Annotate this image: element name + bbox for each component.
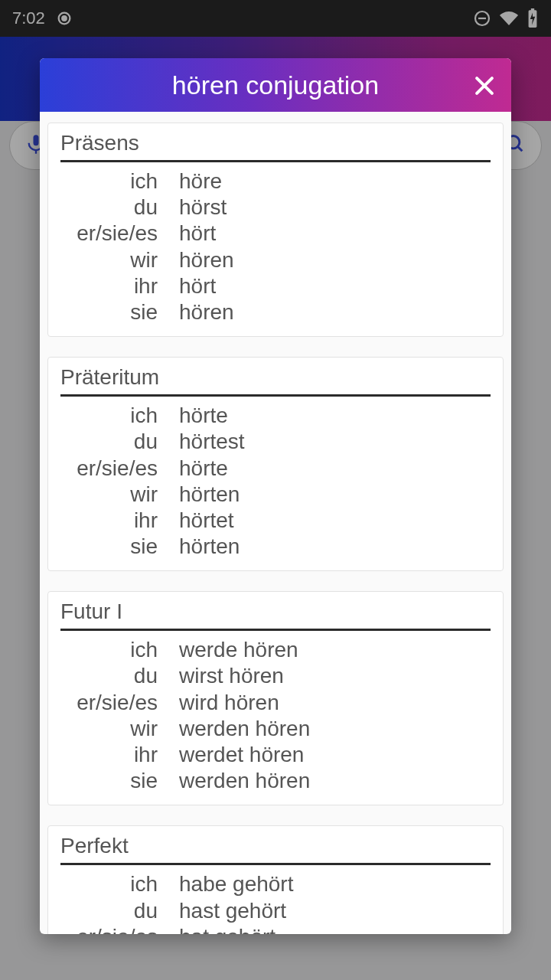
verb-form: hörtest [179, 430, 491, 454]
pronoun: er/sie/es [60, 456, 179, 481]
pronoun: er/sie/es [60, 691, 179, 715]
tense-card: Futur Iichwerde hörenduwirst hörener/sie… [47, 591, 504, 805]
conjugation-row: ichhabe gehört [60, 871, 491, 897]
verb-form: wird hören [179, 691, 491, 715]
conjugation-row: siehörten [60, 534, 491, 560]
tense-title: Präsens [60, 131, 491, 160]
verb-form: hörten [179, 534, 491, 559]
tense-title: Präteritum [60, 365, 491, 394]
verb-form: werde hören [179, 638, 491, 662]
conjugation-row: ichhöre [60, 168, 491, 194]
conjugation-row: duhörtest [60, 429, 491, 455]
conjugation-row: duwirst hören [60, 663, 491, 689]
pronoun: ich [60, 638, 179, 662]
pronoun: er/sie/es [60, 221, 179, 246]
pronoun: du [60, 195, 179, 220]
divider [60, 394, 491, 397]
verb-form: hörtet [179, 508, 491, 533]
conjugation-row: ihrhörtet [60, 508, 491, 534]
conjugation-row: siewerden hören [60, 768, 491, 794]
verb-form: höre [179, 169, 491, 194]
verb-form: hören [179, 300, 491, 325]
pronoun: sie [60, 769, 179, 793]
divider [60, 160, 491, 162]
pronoun: du [60, 899, 179, 923]
tense-title: Futur I [60, 599, 491, 629]
pronoun: er/sie/es [60, 925, 179, 934]
pronoun: ich [60, 403, 179, 428]
conjugation-row: wirwerden hören [60, 716, 491, 742]
verb-form: hört [179, 221, 491, 246]
dialog-title: hören conjugation [172, 70, 379, 100]
verb-form: hörte [179, 456, 491, 481]
pronoun: du [60, 430, 179, 454]
conjugation-row: wirhören [60, 247, 491, 273]
conjugation-row: wirhörten [60, 482, 491, 508]
verb-form: hören [179, 248, 491, 273]
verb-form: wirst hören [179, 664, 491, 688]
verb-form: werden hören [179, 717, 491, 741]
pronoun: wir [60, 248, 179, 273]
tense-card: Präsensichhöreduhörster/sie/eshörtwirhör… [47, 122, 504, 337]
divider [60, 629, 491, 631]
verb-form: hörte [179, 403, 491, 428]
conjugation-row: er/sie/eshört [60, 220, 491, 247]
conjugation-row: duhast gehört [60, 898, 491, 924]
pronoun: sie [60, 300, 179, 325]
tense-card: Perfektichhabe gehörtduhast gehörter/sie… [47, 825, 504, 934]
divider [60, 863, 491, 865]
pronoun: ihr [60, 508, 179, 533]
conjugation-row: siehören [60, 299, 491, 325]
verb-form: hast gehört [179, 899, 491, 923]
conjugation-dialog: hören conjugation Präsensichhöreduhörste… [40, 58, 511, 934]
pronoun: wir [60, 717, 179, 741]
pronoun: du [60, 664, 179, 688]
verb-form: habe gehört [179, 872, 491, 897]
conjugation-row: ichwerde hören [60, 637, 491, 663]
verb-form: hat gehört [179, 925, 491, 934]
verb-form: hörten [179, 482, 491, 507]
conjugation-row: duhörst [60, 194, 491, 220]
conjugation-row: er/sie/eswird hören [60, 690, 491, 716]
dialog-header: hören conjugation [40, 58, 511, 112]
pronoun: ich [60, 169, 179, 194]
tense-title: Perfekt [60, 834, 491, 863]
verb-form: hört [179, 274, 491, 299]
pronoun: sie [60, 534, 179, 559]
conjugation-row: ichhörte [60, 403, 491, 429]
conjugation-row: er/sie/eshat gehört [60, 924, 491, 934]
dialog-body[interactable]: Präsensichhöreduhörster/sie/eshörtwirhör… [40, 112, 511, 934]
tense-card: Präteritumichhörteduhörtester/sie/eshört… [47, 357, 504, 571]
verb-form: werden hören [179, 769, 491, 793]
verb-form: hörst [179, 195, 491, 220]
close-button[interactable] [471, 73, 497, 103]
pronoun: ihr [60, 743, 179, 767]
conjugation-row: ihrwerdet hören [60, 742, 491, 768]
pronoun: ich [60, 872, 179, 897]
conjugation-row: ihrhört [60, 273, 491, 299]
verb-form: werdet hören [179, 743, 491, 767]
pronoun: ihr [60, 274, 179, 299]
pronoun: wir [60, 482, 179, 507]
conjugation-row: er/sie/eshörte [60, 456, 491, 482]
